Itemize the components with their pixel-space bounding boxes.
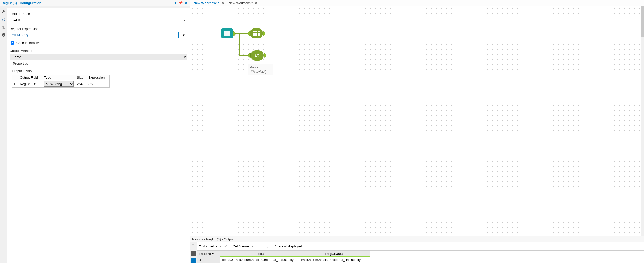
- results-tabs-strip: ☰: [190, 242, 197, 263]
- chevron-down-icon[interactable]: ▾: [252, 244, 254, 248]
- row-output-field[interactable]: RegExOut1: [18, 80, 42, 88]
- panel-title: RegEx (3) - Configuration: [2, 1, 41, 5]
- cell-regexout1: track.album.artists.0.external_urls.spot…: [299, 257, 370, 263]
- output-anchor[interactable]: [233, 31, 236, 36]
- row-type-select[interactable]: V_WString: [44, 81, 74, 87]
- results-toolbar: 2 of 2 Fields ▾ ✔ Cell Viewer ▾ ↑ ↓ 1 re…: [197, 242, 644, 251]
- canvas-scrollbar[interactable]: [641, 6, 644, 236]
- config-tabs-strip: ?: [0, 8, 7, 263]
- output-method-label: Output Method: [10, 49, 187, 53]
- dropdown-icon[interactable]: ▾: [174, 1, 177, 5]
- row-expression[interactable]: (.*): [87, 80, 110, 88]
- tab-workflow2[interactable]: New Workflow2* ✕: [227, 1, 260, 5]
- svg-text:?: ?: [3, 33, 5, 37]
- help-icon[interactable]: ?: [1, 32, 6, 37]
- chevron-down-icon[interactable]: ▾: [220, 244, 222, 248]
- tab-label: New Workflow1*: [194, 1, 219, 5]
- svg-text:(.*): (.*): [255, 54, 259, 57]
- case-insensitive-checkbox[interactable]: [11, 41, 14, 45]
- results-table: Record # Field1 RegExOut1 1 items.0.trac…: [197, 251, 370, 263]
- close-icon[interactable]: ✕: [254, 1, 258, 5]
- connection: [234, 33, 250, 34]
- pin-icon[interactable]: 📌: [178, 1, 183, 5]
- table-row[interactable]: 1 RegExOut1 V_WString 254 (.*): [12, 80, 110, 88]
- check-icon[interactable]: ✔: [224, 244, 227, 249]
- row-size[interactable]: 254: [75, 80, 87, 88]
- arrow-down-icon[interactable]: ↓: [265, 244, 270, 249]
- workflow-tabs: New Workflow1* ✕ New Workflow2* ✕: [190, 0, 644, 6]
- annotation-line2: .*?\.\d+\.(.*): [250, 70, 272, 74]
- properties-legend: Properties: [12, 62, 29, 65]
- arrow-up-icon[interactable]: ↑: [259, 244, 263, 249]
- panel-header: RegEx (3) - Configuration ▾ 📌 ✕: [0, 0, 190, 6]
- tab-workflow1[interactable]: New Workflow1* ✕: [192, 1, 227, 5]
- col-expression: Expression: [87, 75, 110, 80]
- close-icon[interactable]: ✕: [184, 1, 188, 5]
- config-content: Field to Parse Field1 Regular Expression…: [7, 8, 190, 263]
- select-tool[interactable]: [250, 28, 263, 38]
- records-displayed-label: 1 record displayed: [275, 244, 302, 248]
- close-icon[interactable]: ✕: [221, 1, 225, 5]
- regex-tool[interactable]: (.*): [250, 50, 264, 61]
- output-fields-label: Output Fields: [12, 69, 185, 73]
- scrollbar-thumb[interactable]: [641, 6, 644, 37]
- col-record-num[interactable]: Record #: [197, 251, 220, 257]
- cell-viewer-label[interactable]: Cell Viewer: [233, 244, 249, 248]
- col-type: Type: [42, 75, 75, 80]
- regex-dropdown-button[interactable]: ▼: [180, 32, 187, 38]
- drag-grip[interactable]: ⋮⋮⋮: [0, 6, 190, 8]
- col-field1[interactable]: Field1: [220, 251, 299, 257]
- metadata-icon[interactable]: [191, 251, 196, 256]
- code-icon[interactable]: [1, 17, 6, 22]
- output-method-select[interactable]: Parse: [10, 54, 187, 60]
- results-header: Results - RegEx (3) - Output: [190, 236, 644, 242]
- svg-rect-3: [253, 31, 260, 36]
- cell-field1: items.0.track.album.artists.0.external_u…: [220, 257, 299, 263]
- annotation-line1: Parse:: [250, 65, 272, 70]
- list-icon[interactable]: ☰: [191, 244, 196, 249]
- case-insensitive-label: Case Insensitive: [16, 41, 40, 45]
- col-size: Size: [75, 75, 87, 80]
- cell-record-num: 1: [197, 257, 220, 263]
- data-icon[interactable]: [191, 258, 196, 263]
- col-output-field: Output Field: [18, 75, 42, 80]
- right-panel: New Workflow1* ✕ New Workflow2* ✕: [190, 0, 644, 263]
- input-anchor[interactable]: [248, 31, 250, 36]
- connection: [239, 34, 240, 55]
- table-row[interactable]: 1 items.0.track.album.artists.0.external…: [197, 257, 370, 263]
- regex-input[interactable]: [10, 32, 179, 38]
- output-anchor[interactable]: [263, 31, 265, 36]
- row-index: 1: [12, 80, 18, 88]
- regex-label: Regular Expression: [10, 27, 187, 31]
- workflow-canvas[interactable]: (.*) Parse: .*?\.\d+\.(.*): [190, 6, 644, 236]
- configuration-panel: RegEx (3) - Configuration ▾ 📌 ✕ ⋮⋮⋮: [0, 0, 190, 263]
- field-to-parse-label: Field to Parse: [10, 12, 187, 16]
- col-regexout1[interactable]: RegExOut1: [299, 251, 370, 257]
- field-to-parse-select[interactable]: Field1: [10, 17, 187, 23]
- regex-tool-annotation: Parse: .*?\.\d+\.(.*): [248, 64, 273, 75]
- results-body: ☰ 2 of 2 Fields ▾ ✔ Cell Viewer ▾ ↑ ↓ 1 …: [190, 242, 644, 263]
- output-fields-table: Output Field Type Size Expression 1 RegE…: [12, 75, 110, 88]
- row-type[interactable]: V_WString: [42, 80, 75, 88]
- wrench-icon[interactable]: [1, 9, 6, 14]
- text-input-tool[interactable]: [221, 28, 233, 38]
- col-blank: [12, 75, 18, 80]
- nav-icon[interactable]: [1, 25, 6, 30]
- tab-label: New Workflow2*: [229, 1, 253, 5]
- fields-count-label[interactable]: 2 of 2 Fields: [199, 244, 217, 248]
